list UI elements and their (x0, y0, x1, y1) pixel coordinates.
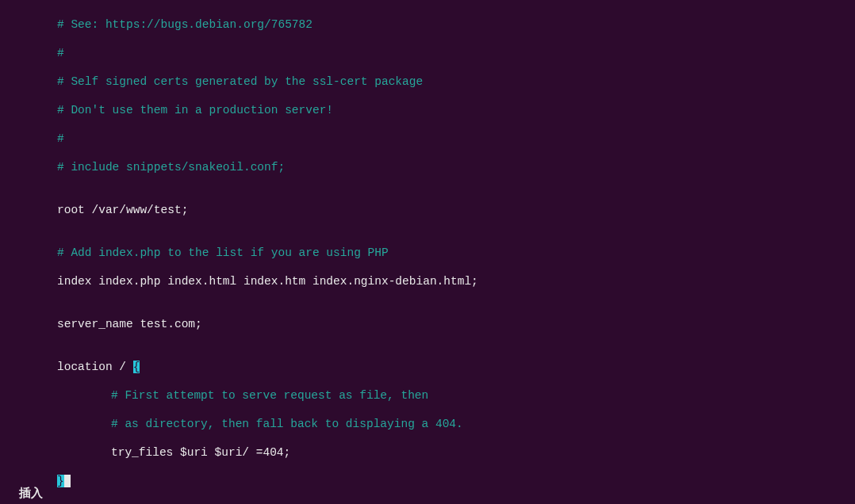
code-line: # include snippets/snakeoil.conf; (57, 161, 285, 174)
code-line: root /var/www/test; (57, 204, 188, 216)
code-line: # First attempt to serve request as file… (111, 389, 428, 402)
code-line: # Self signed certs generated by the ssl… (57, 75, 423, 88)
matching-brace-close: } (57, 475, 64, 487)
code-line: server_name test.com; (57, 318, 202, 330)
code-line: # See: https://bugs.debian.org/765782 (57, 18, 312, 31)
code-line: # Don't use them in a production server! (57, 104, 333, 116)
cursor-position (64, 475, 71, 487)
matching-brace-open: { (133, 361, 140, 373)
code-editor[interactable]: # See: https://bugs.debian.org/765782 # … (0, 0, 855, 504)
code-line: try_files $uri $uri/ =404; (111, 446, 290, 459)
code-line: location / (57, 361, 133, 373)
code-line: index index.php index.html index.htm ind… (57, 275, 478, 288)
editor-mode-indicator: 插入 (19, 487, 43, 501)
code-line: # as directory, then fall back to displa… (111, 418, 463, 430)
code-line: # (57, 47, 64, 59)
code-line: # Add index.php to the list if you are u… (57, 246, 389, 259)
code-line: # (57, 132, 64, 145)
